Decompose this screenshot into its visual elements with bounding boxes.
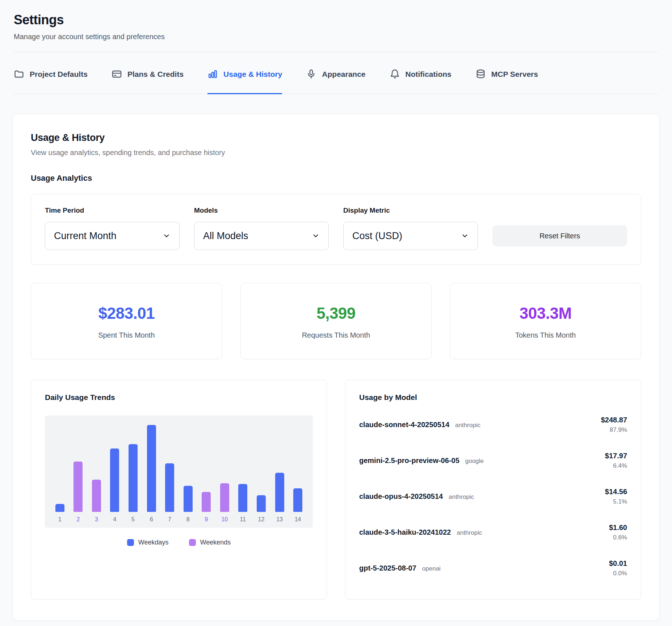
stat-value-tokens: 303.3M [454,304,637,322]
tab-label: MCP Servers [491,70,538,79]
x-axis-label: 5 [125,516,142,523]
chart-column: 4 [106,425,123,523]
time-period-filter: Time Period Current Month [45,206,180,250]
tab-plans-credits[interactable]: Plans & Credits [112,69,184,94]
chart-column: 1 [51,425,68,523]
model-row: claude-3-5-haiku-20241022 anthropic $1.6… [359,514,627,550]
chart-column: 5 [125,425,142,523]
stat-label-tokens: Tokens This Month [454,331,637,339]
daily-usage-trends-panel: Daily Usage Trends 1234567891011121314 W… [31,380,327,600]
tab-project-defaults[interactable]: Project Defaults [14,69,88,94]
chart-bar [220,483,229,512]
chart-bar [92,480,101,512]
chart-bar [55,504,64,512]
model-provider: google [465,458,484,465]
chart-bar [74,462,83,512]
model-cost: $17.97 [605,452,627,460]
tab-label: Usage & History [223,70,282,79]
reset-filters-wrap: Reset Filters [492,225,627,250]
chart-bar [165,463,174,512]
chart-plot: 1234567891011121314 [51,425,307,523]
time-period-select[interactable]: Current Month [45,222,180,250]
chart-column: 6 [143,425,160,523]
x-axis-label: 2 [70,516,87,523]
daily-usage-trends-title: Daily Usage Trends [45,393,313,402]
page-title: Settings [14,12,658,28]
stat-card-spent: $283.01 Spent This Month [31,283,222,359]
model-provider: anthropic [457,529,482,537]
chart-column: 7 [161,425,178,523]
chart-bar [275,473,284,512]
model-provider: anthropic [449,493,474,501]
stat-label-requests: Requests This Month [244,331,428,339]
x-axis-label: 8 [180,516,196,523]
legend-label: Weekends [200,539,231,546]
chart-column: 8 [180,425,196,523]
model-row: gemini-2.5-pro-preview-06-05 google $17.… [359,443,627,479]
tab-appearance[interactable]: Appearance [306,69,365,94]
usage-history-panel: Usage & History View usage analytics, sp… [12,114,660,621]
tab-notifications[interactable]: Notifications [390,69,452,94]
x-axis-label: 14 [290,516,306,523]
chart-column: 3 [88,425,105,523]
chart-column: 10 [216,425,233,523]
tab-label: Appearance [322,70,365,79]
x-axis-label: 13 [271,516,288,523]
chart-column: 9 [198,425,215,523]
chart-bar [147,425,156,512]
models-filter: Models All Models [194,206,329,250]
tab-usage-history[interactable]: Usage & History [207,69,282,94]
microphone-icon [306,69,316,79]
model-row: claude-opus-4-20250514 anthropic $14.56 … [359,479,627,514]
tab-label: Notifications [406,70,452,79]
weekends-swatch [189,539,196,546]
model-percent: 5.1% [605,498,627,505]
x-axis-label: 4 [106,516,123,523]
chart-bar [202,492,211,512]
model-percent: 87.9% [601,426,627,434]
display-metric-select[interactable]: Cost (USD) [343,222,478,250]
model-provider: openai [422,565,441,572]
model-row: claude-sonnet-4-20250514 anthropic $248.… [359,407,627,443]
stat-value-requests: 5,399 [244,304,428,322]
model-cost: $248.87 [601,416,627,424]
credit-card-icon [112,69,122,79]
model-provider: anthropic [455,422,480,429]
models-select[interactable]: All Models [194,222,329,250]
x-axis-label: 10 [216,516,233,523]
model-percent: 0.6% [609,534,627,541]
models-value: All Models [203,230,248,242]
x-axis-label: 11 [235,516,251,523]
model-cost: $14.56 [605,488,627,496]
tab-label: Plans & Credits [127,70,184,79]
chart-column: 13 [271,425,288,523]
stats-row: $283.01 Spent This Month 5,399 Requests … [31,283,641,359]
model-name: claude-3-5-haiku-20241022 [359,528,451,537]
chevron-down-icon [163,232,171,240]
tab-mcp-servers[interactable]: MCP Servers [475,69,538,94]
x-axis-label: 12 [253,516,269,523]
chart-bar [257,495,266,512]
x-axis-label: 7 [161,516,178,523]
usage-by-model-title: Usage by Model [359,393,627,402]
bar-chart-icon [207,69,218,79]
chart-bar [184,486,193,512]
model-name: claude-opus-4-20250514 [359,492,443,501]
display-metric-value: Cost (USD) [352,230,402,242]
time-period-label: Time Period [45,206,180,214]
chart-column: 11 [235,425,251,523]
tab-bar: Project Defaults Plans & Credits Usage &… [14,52,658,94]
x-axis-label: 3 [88,516,105,523]
chart-bar [293,488,302,512]
model-percent: 6.4% [605,462,627,470]
chart-bar [129,444,138,512]
reset-filters-button[interactable]: Reset Filters [492,225,627,246]
chart-bar [238,484,247,512]
x-axis-label: 9 [198,516,215,523]
stat-label-spent: Spent This Month [35,331,218,339]
chart-column: 2 [70,425,87,523]
model-name: gemini-2.5-pro-preview-06-05 [359,456,459,465]
panels-row: Daily Usage Trends 1234567891011121314 W… [31,380,641,600]
model-cost: $0.01 [609,559,627,568]
chart-column: 12 [253,425,269,523]
